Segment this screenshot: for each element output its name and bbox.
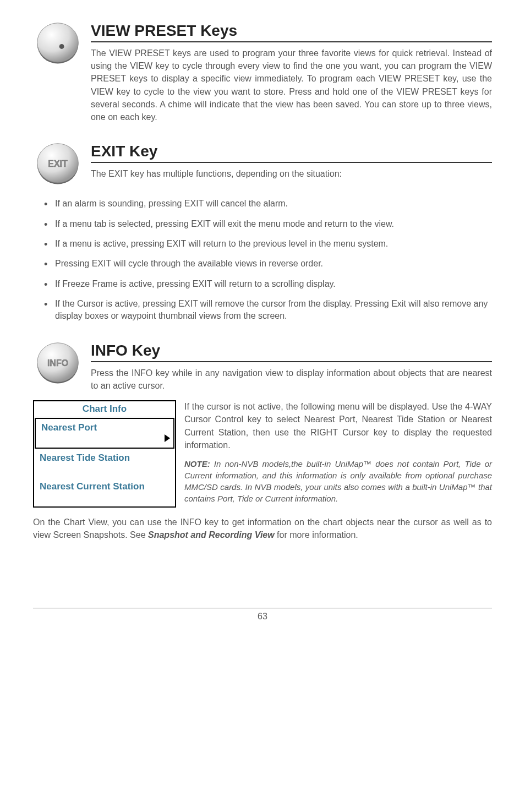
section-title: VIEW PRESET Keys	[91, 22, 492, 42]
info-right-column: If the cursor is not active, the followi…	[184, 400, 492, 504]
list-item: If an alarm is sounding, pressing EXIT w…	[44, 198, 492, 210]
chart-info-item: Nearest Current Station	[34, 478, 175, 506]
chart-info-item: Nearest Tide Station	[34, 449, 175, 478]
svg-text:EXIT: EXIT	[48, 160, 68, 169]
page-number: 63	[258, 612, 267, 621]
info-row: Chart Info Nearest Port Nearest Tide Sta…	[33, 400, 492, 508]
header-content: VIEW PRESET Keys The VIEW PRESET keys ar…	[91, 22, 492, 123]
snapshot-reference: Snapshot and Recording View	[148, 530, 275, 539]
exit-button-icon: EXIT	[33, 143, 83, 187]
section-intro: Press the INFO key while in any navigati…	[91, 367, 492, 392]
section-view-preset: VIEW PRESET Keys The VIEW PRESET keys ar…	[33, 22, 492, 123]
section-exit-key: EXIT EXIT Key The EXIT key has multiple …	[33, 143, 492, 323]
bottom-paragraph: On the Chart View, you can use the INFO …	[33, 516, 492, 541]
list-item: If the Cursor is active, pressing EXIT w…	[44, 298, 492, 323]
list-item: If Freeze Frame is active, pressing EXIT…	[44, 278, 492, 290]
info-button-icon: INFO	[33, 342, 83, 386]
svg-point-1	[37, 23, 79, 62]
chart-info-item-label: Nearest Port	[41, 422, 97, 433]
list-item: If a menu tab is selected, pressing EXIT…	[44, 218, 492, 230]
chevron-right-icon	[165, 434, 170, 442]
section-header: VIEW PRESET Keys The VIEW PRESET keys ar…	[33, 22, 492, 123]
preset-button-icon	[33, 22, 83, 66]
page-footer: 63	[33, 608, 492, 622]
header-content: INFO Key Press the INFO key while in any…	[91, 342, 492, 392]
chart-info-menu: Chart Info Nearest Port Nearest Tide Sta…	[33, 400, 176, 508]
section-title: EXIT Key	[91, 143, 492, 163]
section-header: EXIT EXIT Key The EXIT key has multiple …	[33, 143, 492, 187]
chart-info-title: Chart Info	[34, 401, 175, 417]
list-item: If a menu is active, pressing EXIT will …	[44, 238, 492, 250]
section-body: The VIEW PRESET keys are used to program…	[91, 47, 492, 123]
note-paragraph: NOTE: In non-NVB models,the built-in Uni…	[184, 458, 492, 504]
note-label: NOTE:	[184, 459, 210, 468]
svg-point-2	[59, 44, 64, 49]
list-item: Pressing EXIT will cycle through the ava…	[44, 258, 492, 270]
header-content: EXIT Key The EXIT key has multiple funct…	[91, 143, 492, 180]
section-intro: The EXIT key has multiple functions, dep…	[91, 167, 492, 180]
svg-text:INFO: INFO	[47, 358, 68, 368]
exit-bullet-list: If an alarm is sounding, pressing EXIT w…	[44, 198, 492, 323]
section-info-key: INFO INFO Key Press the INFO key while i…	[33, 342, 492, 542]
note-body: In non-NVB models,the built-in UniMap™ d…	[184, 459, 492, 503]
section-title: INFO Key	[91, 342, 492, 362]
chart-info-item-selected: Nearest Port	[35, 418, 174, 449]
section-header: INFO INFO Key Press the INFO key while i…	[33, 342, 492, 392]
info-paragraph: If the cursor is not active, the followi…	[184, 400, 492, 451]
bottom-text-2: for more information.	[275, 530, 358, 539]
